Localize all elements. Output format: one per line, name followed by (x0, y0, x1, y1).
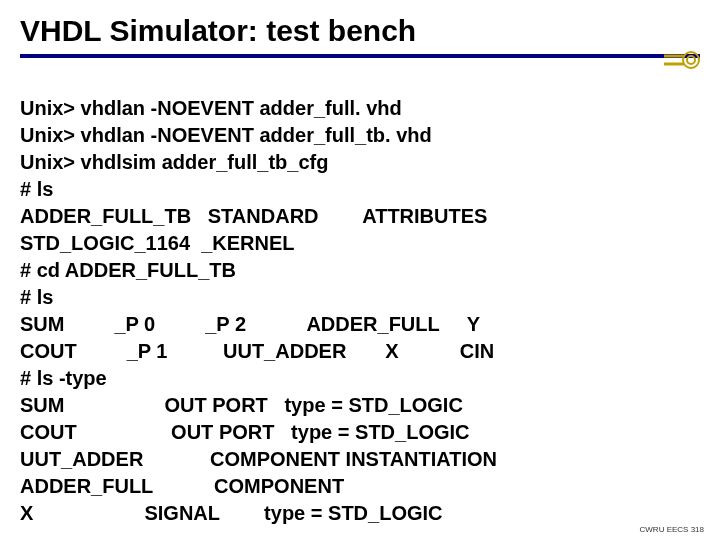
page-title: VHDL Simulator: test bench (20, 14, 700, 48)
output-line: # ls -type (20, 367, 107, 389)
output-line: # cd ADDER_FULL_TB (20, 259, 236, 281)
cmd-line: Unix> vhdlan -NOEVENT adder_full. vhd (20, 97, 402, 119)
output-line: SUM OUT PORT type = STD_LOGIC (20, 394, 463, 416)
svg-point-2 (683, 52, 699, 68)
cmd-line: Unix> vhdlsim adder_full_tb_cfg (20, 151, 328, 173)
output-line: X SIGNAL type = STD_LOGIC (20, 502, 443, 524)
output-line: # ls (20, 178, 53, 200)
title-divider (20, 54, 700, 58)
output-line: ADDER_FULL COMPONENT (20, 475, 344, 497)
output-line: STD_LOGIC_1164 _KERNEL (20, 232, 295, 254)
slide: VHDL Simulator: test bench Unix> vhdlan … (0, 0, 720, 540)
output-line: ADDER_FULL_TB STANDARD ATTRIBUTES (20, 205, 487, 227)
output-line: COUT _P 1 UUT_ADDER X CIN (20, 340, 494, 362)
terminal-output: Unix> vhdlan -NOEVENT adder_full. vhd Un… (20, 68, 700, 527)
output-line: COUT OUT PORT type = STD_LOGIC (20, 421, 470, 443)
cmd-line: Unix> vhdlan -NOEVENT adder_full_tb. vhd (20, 124, 432, 146)
footer-text: CWRU EECS 318 (640, 525, 704, 534)
svg-point-3 (687, 56, 695, 64)
output-line: SUM _P 0 _P 2 ADDER_FULL Y (20, 313, 480, 335)
output-line: UUT_ADDER COMPONENT INSTANTIATION (20, 448, 497, 470)
decorative-icon (664, 50, 700, 70)
output-line: # ls (20, 286, 53, 308)
